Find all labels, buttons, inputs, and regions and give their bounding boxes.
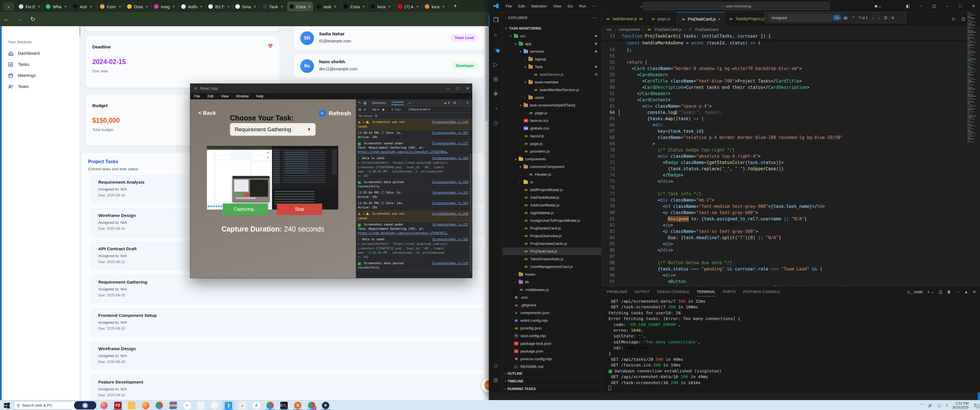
taskbar-icon-explorer[interactable]	[128, 402, 135, 409]
taskbar-icon-copilot[interactable]	[100, 402, 108, 409]
remote-indicator[interactable]: ⫶	[978, 393, 980, 400]
menu-window[interactable]: Window	[236, 94, 249, 98]
tree-file[interactable]: JSProjTaskCard.js	[503, 248, 602, 255]
back-button[interactable]: < Back	[198, 110, 216, 116]
split-editor-icon[interactable]: ◫	[961, 16, 966, 21]
vscode-menu-selection[interactable]: Selection	[531, 4, 547, 8]
vscode-menu-view[interactable]: View	[553, 4, 562, 8]
tree-folder[interactable]: ›signup	[503, 55, 602, 63]
team-member-card[interactable]: NsNaim sheikhdev11@example.comDeveloper	[294, 54, 484, 78]
taskbar-icon-anydesk[interactable]: A	[253, 402, 260, 409]
panel-tab-terminal[interactable]: TERMINAL	[697, 290, 716, 296]
taskbar-icon-chrome-s[interactable]: S	[308, 402, 315, 409]
taskbar-icon-vlc[interactable]: ▲	[239, 402, 246, 409]
capturing-button[interactable]: Capturing...	[223, 203, 268, 215]
editor-tab-page.js[interactable]: JSpage.js	[647, 12, 677, 25]
task-dropdown[interactable]: Requirement Gathering ▼	[230, 123, 316, 136]
taskbar-icon-xampp[interactable]: 𝕏	[294, 402, 301, 409]
account-icon[interactable]: ☺	[489, 360, 503, 371]
panel-tab-problems[interactable]: PROBLEMS	[607, 290, 627, 294]
devtools-tab-elements[interactable]: Elements	[372, 101, 386, 105]
refresh-button[interactable]: ↻ Refresh	[319, 110, 351, 117]
remote-icon[interactable]: ❖	[489, 88, 503, 100]
clock[interactable]: 2:32 PM8/20/2025	[953, 402, 969, 410]
split-terminal-icon[interactable]: ◫	[939, 289, 942, 294]
tab-close-icon[interactable]: ×	[363, 4, 365, 9]
panel-tab-postman-console[interactable]: POSTMAN CONSOLE	[743, 290, 780, 294]
taskbar-icon-filezilla[interactable]: FZ	[114, 402, 122, 409]
tree-file[interactable]: JSHeader.js	[503, 170, 602, 178]
tree-file[interactable]: JSProjDetailsCard.js	[503, 224, 602, 232]
tree-folder[interactable]: ∨app	[503, 40, 602, 48]
kill-terminal-icon[interactable]: 🗑	[947, 289, 951, 294]
tree-file[interactable]: JSmiddleware.js	[503, 286, 602, 294]
sidebar-item-team[interactable]: Team	[6, 82, 76, 91]
minimize-icon[interactable]: –	[941, 4, 954, 8]
sidebar-item-tasks[interactable]: Tasks	[6, 59, 76, 69]
tree-file[interactable]: JSTakeScreenshots.js	[503, 255, 602, 263]
close-icon[interactable]: ✕	[466, 86, 469, 91]
tree-file[interactable]: JSAddUserModal.js	[503, 201, 602, 209]
browser-tab[interactable]: task×	[314, 2, 340, 11]
tab-close-icon[interactable]: ×	[334, 4, 336, 9]
panel-tab-debug-console[interactable]: DEBUG CONSOLE	[657, 290, 689, 294]
taskbar-icon-terminal[interactable]: C:\_	[280, 402, 288, 409]
tab-close-icon[interactable]: ×	[173, 4, 175, 9]
tab-close-icon[interactable]: ×	[442, 4, 445, 9]
timer-icon[interactable]: ⏱	[489, 118, 503, 129]
tree-folder[interactable]: ›hooks	[503, 270, 602, 278]
vscode-menu-file[interactable]: File	[506, 4, 512, 8]
tree-file[interactable]: ✺postcss.config.mjs	[503, 355, 602, 363]
vscode-search-box[interactable]: ⌕task-monitoring	[643, 2, 830, 10]
panel-more-icon[interactable]: ⋯	[956, 289, 959, 294]
task-item[interactable]: Wireframe DesignAssigned to: N/ADue: 202…	[91, 342, 484, 370]
console-source-link[interactable]: ScreenshotApp.js:237	[433, 222, 468, 227]
debug-icon[interactable]: ▷	[489, 59, 503, 70]
tree-folder[interactable]: ∨src	[503, 32, 602, 40]
panel-tab-output[interactable]: OUTPUT	[635, 290, 650, 294]
find-close-icon[interactable]: ✕	[891, 16, 894, 20]
tree-file[interactable]: JSAppSidebar.js	[503, 209, 602, 217]
tree-folder[interactable]: ∨services	[503, 48, 602, 55]
minimap[interactable]	[967, 12, 976, 154]
tab-close-icon[interactable]: ×	[417, 4, 419, 9]
log-levels-dropdown[interactable]: Default levels ▾	[409, 108, 430, 111]
tree-file[interactable]: ★favicon.ico	[503, 117, 602, 124]
console-filter-input[interactable]: ▼ Filter	[387, 107, 404, 112]
tree-folder[interactable]: ∨commonComponent	[503, 163, 602, 170]
tree-file[interactable]: ⬢eslint.config.mjs	[503, 316, 602, 324]
browser-tab[interactable]: Sma×	[233, 2, 259, 11]
tree-file[interactable]: JSlayout.js	[503, 132, 602, 140]
tree-folder[interactable]: ›ui	[503, 178, 602, 186]
devtools-settings-icon[interactable]: ⚙	[453, 101, 456, 105]
start-button[interactable]	[3, 402, 10, 409]
tree-file[interactable]: Nnext.config.mjs	[503, 332, 602, 340]
new-tab-button[interactable]: +	[451, 2, 459, 10]
match-case-button[interactable]: Aa	[833, 15, 840, 20]
tab-close-icon[interactable]: ×	[228, 4, 230, 9]
panel-close-icon[interactable]: ✕	[973, 289, 976, 294]
browser-tab[interactable]: (7) A×	[395, 2, 422, 11]
tree-file[interactable]: JSproviders.js	[503, 148, 602, 155]
tab-close-icon[interactable]: ×	[38, 4, 40, 9]
find-in-selection-icon[interactable]: ☰	[884, 16, 888, 20]
browser-tab[interactable]: Asifu×	[179, 2, 205, 11]
extensions-icon[interactable]: ⊞	[489, 73, 503, 85]
cast-icon[interactable]: ▢	[937, 403, 941, 407]
sidebar-item-meetings[interactable]: Meetings	[6, 71, 76, 80]
console-source-link[interactable]: ScreenshotApp.js:167	[433, 191, 468, 195]
tree-file[interactable]: JSAddTaskModal.js	[503, 194, 602, 201]
menu-view[interactable]: View	[221, 94, 229, 98]
eye-icon[interactable]: ◉	[382, 108, 385, 111]
more-tabs-icon[interactable]: »	[409, 101, 410, 105]
taskbar-icon-winrar[interactable]	[170, 402, 177, 409]
find-next-icon[interactable]: ↓	[878, 16, 880, 20]
tab-close-icon[interactable]: ×	[281, 4, 283, 9]
console-source-link[interactable]: ScreenshotApp.js:182	[433, 237, 468, 242]
devtools-scrollbar[interactable]	[469, 154, 472, 273]
tree-file[interactable]: JSUserManagementCard.js	[503, 263, 602, 270]
volume-icon[interactable]: 🔊	[928, 403, 932, 407]
clear-console-icon[interactable]: ⊘	[364, 108, 366, 111]
inspect-icon[interactable]: ⇱	[358, 101, 361, 105]
search-icon[interactable]: ⌕	[489, 29, 503, 40]
